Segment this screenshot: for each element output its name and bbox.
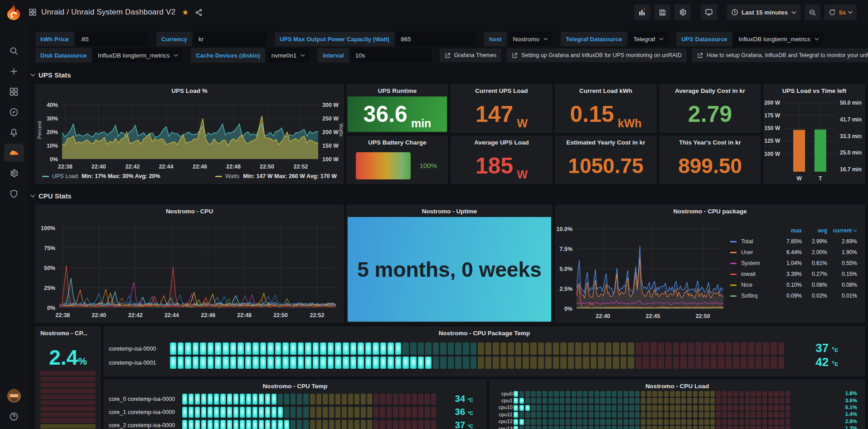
led-cell [589, 426, 593, 429]
led-cell [320, 342, 326, 355]
panel-title[interactable]: Nostromo - CPU Load [490, 380, 864, 392]
legend-value-current: 2.69% [827, 238, 857, 245]
led-cell [238, 357, 244, 369]
led-cell [710, 426, 715, 429]
variable-select[interactable]: Telegraf [629, 32, 668, 46]
led-cell [373, 407, 378, 418]
led-cell [664, 391, 669, 397]
legend-series-name[interactable]: Total [741, 238, 773, 245]
svg-text:100 W: 100 W [322, 156, 339, 163]
legend-series-name[interactable]: Softirq [741, 293, 773, 299]
add-icon[interactable] [4, 62, 24, 80]
led-cell [727, 426, 732, 429]
led-cell [525, 398, 530, 404]
led-cell [693, 412, 698, 418]
save-dashboard-button[interactable] [655, 5, 670, 20]
variables-row-1: kWh Price.65CurrencykrUPS Max Output Pow… [35, 32, 832, 46]
panel-title[interactable]: UPS Load % [36, 85, 343, 96]
variable-input[interactable]: .65 [76, 32, 148, 46]
panel-title[interactable]: This Year's Cost in kr [660, 136, 760, 148]
panel-title[interactable]: Nostromo - CP... [36, 327, 100, 339]
grafana-logo-icon[interactable] [5, 4, 22, 21]
unraid-cloud-icon[interactable] [4, 144, 24, 162]
variable-input[interactable]: kr [194, 32, 267, 46]
variable-select[interactable]: Nostromo [509, 32, 553, 46]
panel-title[interactable]: Current Load kWh [556, 85, 656, 96]
led-cell [786, 405, 790, 411]
panel-title[interactable]: Average UPS Load [451, 136, 552, 148]
legend-item[interactable]: WattsMin: 147 W Max: 260 W Avg: 170 W [215, 173, 337, 179]
dashboard-link[interactable]: Setting up Grafana and InfluxDB for UPS … [507, 48, 687, 62]
led-cell [373, 357, 379, 369]
explore-compass-icon[interactable] [4, 103, 24, 121]
legend-column-max[interactable]: max [773, 227, 802, 234]
dashboard-title[interactable]: Unraid / Unraid System Dashboard V2 [41, 8, 175, 17]
svg-text:0%: 0% [50, 156, 58, 163]
help-icon[interactable] [4, 407, 24, 425]
variable-input[interactable]: 10s [351, 48, 432, 63]
led-cell [185, 342, 191, 355]
panel-title[interactable]: Nostromo - CPU Package Temp [104, 327, 864, 339]
svg-text:22:48: 22:48 [226, 164, 241, 170]
panel-average-daily-cost: Average Daily Cost in kr 2.79 [659, 84, 761, 133]
panel-title[interactable]: UPS Runtime [347, 85, 447, 96]
panel-title[interactable]: Current UPS Load [451, 85, 552, 96]
variable-select[interactable]: InfluxDB longterm_metrics [734, 32, 823, 46]
alerting-bell-icon[interactable] [4, 123, 24, 141]
variable-select[interactable]: InfluxDB longterm_metrics [93, 48, 183, 63]
led-cell [230, 342, 237, 355]
led-cell [577, 426, 582, 429]
legend-series-name[interactable]: iowait [741, 271, 773, 277]
legend-series-name[interactable]: System [741, 260, 773, 266]
legend-column-current[interactable]: current [827, 227, 857, 234]
legend-item[interactable]: UPS LoadMin: 17% Max: 30% Avg: 20% [42, 173, 160, 179]
panel-title[interactable]: UPS Battery Charge [347, 136, 447, 148]
cycle-view-mode-button[interactable] [701, 5, 717, 20]
led-cell [606, 405, 611, 411]
led-cell [348, 394, 353, 405]
variable-select[interactable]: nvme0n1 [267, 48, 310, 63]
led-cell [699, 426, 703, 429]
favorite-star-icon[interactable]: ★ [182, 8, 189, 17]
led-cell [548, 412, 553, 418]
legend-series-name[interactable]: User [741, 249, 773, 255]
add-panel-button[interactable] [634, 5, 650, 20]
variable-input[interactable]: 865 [396, 32, 476, 46]
led-cell [303, 394, 308, 405]
legend-series-name[interactable]: Nice [741, 282, 773, 288]
zoom-out-button[interactable] [805, 5, 820, 20]
panel-title[interactable]: Nostromo - CPU [36, 205, 343, 217]
svg-text:50%: 50% [44, 265, 55, 271]
refresh-button[interactable]: 5s [824, 5, 857, 20]
dashboard-settings-button[interactable] [674, 5, 691, 20]
server-admin-shield-icon[interactable] [4, 184, 24, 202]
led-cell [629, 405, 634, 411]
configuration-gear-icon[interactable] [4, 164, 24, 182]
user-avatar[interactable] [4, 387, 24, 405]
legend-column-avg[interactable]: avg [802, 227, 827, 234]
panel-title[interactable]: Nostromo - CPU Temp [104, 380, 486, 392]
led-cell [670, 426, 674, 429]
panel-title[interactable]: Average Daily Cost in kr [660, 85, 760, 96]
dashboard-link[interactable]: Grafana Themes [440, 48, 502, 62]
led-cell [675, 391, 680, 397]
row-header-cpu-stats[interactable]: CPU Stats [30, 192, 72, 200]
share-icon[interactable] [195, 9, 203, 16]
panel-title[interactable]: Estimated Yearly Cost in kr [556, 136, 656, 148]
led-cell [589, 391, 593, 397]
panel-nostromo-cpu-package: Nostromo - CPU package 0%2.5%5.0%7.5%10.… [555, 205, 865, 323]
panel-title[interactable]: Nostromo - Uptime [347, 205, 552, 217]
panel-title[interactable]: UPS Load vs Time left [764, 85, 864, 96]
svg-text:22:46: 22:46 [193, 164, 207, 170]
led-cell [606, 398, 611, 404]
led-cell [246, 407, 251, 418]
dashboards-icon[interactable] [4, 82, 24, 101]
panel-title[interactable]: Nostromo - CPU package [556, 205, 864, 217]
time-range-picker[interactable]: Last 15 minutes [727, 5, 800, 20]
search-icon[interactable] [4, 42, 24, 60]
led-row-label: coretemp-isa-0000 [109, 346, 156, 352]
legend-row-softirq: Softirq0.09%0.02%0.01% [730, 290, 857, 301]
dashboard-link[interactable]: How to setup Grafana, InfluxDB and Teleg… [692, 48, 868, 62]
led-cell [768, 391, 773, 397]
row-header-ups-stats[interactable]: UPS Stats [30, 71, 71, 79]
